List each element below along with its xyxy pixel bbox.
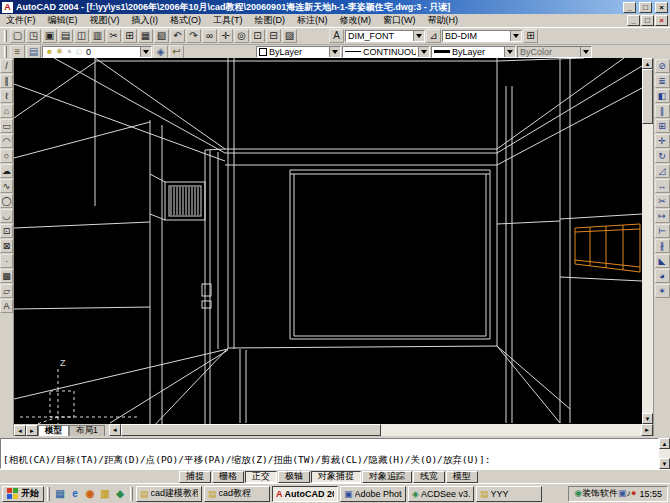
scroll-up-icon[interactable]: ▲ xyxy=(659,438,670,449)
menu-modify[interactable]: 修改(M) xyxy=(334,14,378,27)
point-icon[interactable]: ∙ xyxy=(0,254,13,268)
mirror-icon[interactable]: ◧ xyxy=(655,89,670,103)
extend-icon[interactable]: ↦ xyxy=(655,209,670,223)
offset-icon[interactable]: ∥ xyxy=(655,104,670,118)
model-space-toggle[interactable]: 模型 xyxy=(446,471,478,483)
line-icon[interactable]: / xyxy=(0,59,13,73)
layer-properties-icon[interactable]: ≡ xyxy=(10,45,25,59)
show-desktop-icon[interactable]: ▤ xyxy=(53,487,67,501)
rectangle-icon[interactable]: ▭ xyxy=(0,119,13,133)
linetype-combo[interactable]: CONTINUOUS xyxy=(342,46,430,58)
menu-insert[interactable]: 插入(I) xyxy=(126,14,165,27)
selected-object[interactable] xyxy=(575,224,640,272)
menu-file[interactable]: 文件(F) xyxy=(0,14,42,27)
layer-on-bulb-icon[interactable]: ● xyxy=(45,48,54,56)
copy-clip-icon[interactable]: ⊞ xyxy=(122,29,137,43)
task-autocad[interactable]: AAutoCAD 200... xyxy=(272,486,338,502)
color-combo[interactable]: ByLayer xyxy=(256,46,341,58)
rotate-icon[interactable]: ↻ xyxy=(655,149,670,163)
make-object-layer-current-icon[interactable]: ◈ xyxy=(153,45,168,59)
otrack-toggle[interactable]: 对象追踪 xyxy=(362,471,412,483)
text-style-combo[interactable]: DIM_FONT xyxy=(345,30,425,42)
construction-line-icon[interactable]: ∥ xyxy=(0,74,13,88)
dim-style-icon[interactable]: ⊿ xyxy=(426,29,441,43)
horizontal-scroll-thumb[interactable] xyxy=(121,424,381,436)
color-dropdown-button[interactable] xyxy=(329,47,340,57)
menu-dimension[interactable]: 标注(N) xyxy=(291,14,334,27)
plot-preview-icon[interactable]: ◫ xyxy=(74,29,89,43)
fillet-icon[interactable]: ◕ xyxy=(655,269,670,283)
start-button[interactable]: 开始 xyxy=(2,486,44,502)
lineweight-toggle[interactable]: 线宽 xyxy=(413,471,445,483)
restore-button[interactable]: □ xyxy=(639,2,652,13)
tab-layout1[interactable]: 布局1 xyxy=(69,425,105,436)
tray-net-icon[interactable]: ▣ xyxy=(618,488,627,498)
menu-edit[interactable]: 编辑(E) xyxy=(42,14,84,27)
drawing-viewport[interactable]: Z xyxy=(14,58,642,424)
layer-previous-icon[interactable]: ↩ xyxy=(169,45,184,59)
ie-icon[interactable]: e xyxy=(68,487,82,501)
task-yyy[interactable]: ▤YYY xyxy=(476,486,542,502)
trim-icon[interactable]: ✂ xyxy=(655,194,670,208)
region-icon[interactable]: ▱ xyxy=(0,284,13,298)
command-scrollbar[interactable]: ▲ ▼ xyxy=(659,438,670,469)
menu-format[interactable]: 格式(O) xyxy=(164,14,207,27)
scroll-left-icon[interactable]: ◄ xyxy=(109,424,121,436)
mdi-close-button[interactable]: × xyxy=(655,15,668,26)
layer-color-swatch-icon[interactable]: ■ xyxy=(75,48,84,56)
grid-toggle[interactable]: 栅格 xyxy=(212,471,244,483)
task-acdsee[interactable]: ◈ACDSee v3.1... xyxy=(408,486,474,502)
redo-icon[interactable]: ↷ xyxy=(186,29,201,43)
arc-icon[interactable]: ◠ xyxy=(0,134,13,148)
layer-dropdown-button[interactable] xyxy=(140,47,151,57)
explode-icon[interactable]: ✶ xyxy=(655,284,670,298)
revision-cloud-icon[interactable]: ☁ xyxy=(0,164,13,178)
stretch-icon[interactable]: ↔ xyxy=(655,179,670,193)
scroll-up-icon[interactable]: ▲ xyxy=(642,58,653,69)
vertical-scrollbar[interactable]: ▲ ▼ xyxy=(642,58,653,424)
ellipse-arc-icon[interactable]: ◡ xyxy=(0,209,13,223)
pan-realtime-icon[interactable]: ✛ xyxy=(218,29,233,43)
polyline-icon[interactable]: ℓ xyxy=(0,89,13,103)
scale-icon[interactable]: ◿ xyxy=(655,164,670,178)
dim-style-dropdown-button[interactable] xyxy=(510,31,521,41)
ortho-toggle[interactable]: 正交 xyxy=(245,471,277,483)
close-button[interactable]: × xyxy=(655,2,668,13)
publish-icon[interactable]: ▥ xyxy=(90,29,105,43)
scroll-down-icon[interactable]: ▼ xyxy=(642,413,653,424)
zoom-previous-icon[interactable]: ⊟ xyxy=(266,29,281,43)
task-photoshop[interactable]: ▣Adobe Photo... xyxy=(340,486,406,502)
spline-icon[interactable]: ∿ xyxy=(0,179,13,193)
copy-object-icon[interactable]: ≣ xyxy=(655,74,670,88)
open-icon[interactable]: ◳ xyxy=(26,29,41,43)
polar-toggle[interactable]: 极轴 xyxy=(278,471,310,483)
layer-states-icon[interactable]: ▤ xyxy=(26,45,41,59)
command-text-area[interactable]: [相机(CA)/目标(TA)/距离(D)/点(PO)/平移(PA)/缩放(Z)/… xyxy=(0,438,659,469)
text-style-dropdown-button[interactable] xyxy=(413,31,424,41)
circle-icon[interactable]: ○ xyxy=(0,149,13,163)
media-player-icon[interactable]: ◉ xyxy=(83,487,97,501)
break-icon[interactable]: ∦ xyxy=(655,239,670,253)
ellipse-icon[interactable]: ◯ xyxy=(0,194,13,208)
layer-unlock-icon[interactable]: ▫ xyxy=(65,48,74,56)
tab-model[interactable]: 模型 xyxy=(38,425,69,436)
horizontal-scrollbar[interactable]: ◄ ► xyxy=(109,424,653,436)
task-cad-modeling-tutorial[interactable]: ▤cad建模教程 xyxy=(136,486,202,502)
tray-eye-icon[interactable]: ◉ xyxy=(574,488,582,498)
command-scroll-track[interactable] xyxy=(659,449,670,458)
scroll-right-icon[interactable]: ► xyxy=(641,424,653,436)
tab-scroll-right-button[interactable]: ► xyxy=(26,425,38,436)
linetype-dropdown-button[interactable] xyxy=(418,47,429,57)
paste-icon[interactable]: ▦ xyxy=(138,29,153,43)
menu-view[interactable]: 视图(V) xyxy=(84,14,126,27)
mdi-minimize-button[interactable]: _ xyxy=(627,15,640,26)
layer-thaw-sun-icon[interactable]: ☀ xyxy=(55,48,64,56)
scroll-down-icon[interactable]: ▼ xyxy=(659,458,670,469)
move-icon[interactable]: ✛ xyxy=(655,134,670,148)
polygon-icon[interactable]: ⌂ xyxy=(0,104,13,118)
text-style-icon[interactable]: A xyxy=(329,29,344,43)
horizontal-scroll-track[interactable] xyxy=(381,424,641,436)
vertical-scroll-thumb[interactable] xyxy=(642,69,653,124)
array-icon[interactable]: ⊞ xyxy=(655,119,670,133)
minimize-button[interactable]: _ xyxy=(623,2,636,13)
